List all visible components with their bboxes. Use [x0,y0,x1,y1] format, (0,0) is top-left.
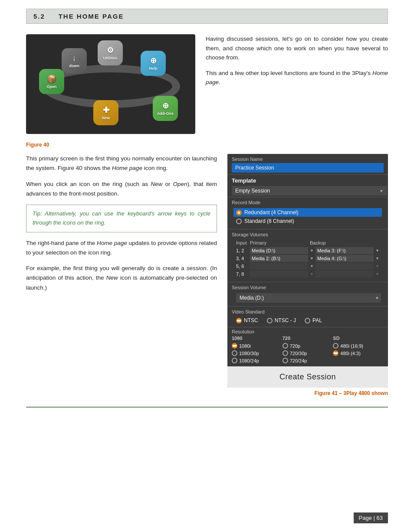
storage-row2-inputs: 3, 4 [236,256,248,261]
resolution-label: Resolution [232,329,384,334]
template-select[interactable]: Empty Session [232,186,387,196]
record-mode-option1-label: Redundant (4 Channel) [244,209,299,215]
storage-row2-primary-wrap: Media 2: (B:\) ▼ [250,255,314,262]
res-1080i-label: 1080i [239,343,251,349]
res-1080-24p[interactable]: 1080/24p [232,357,283,364]
section-title-text: THE HOME PAGE [59,13,124,20]
storage-label: Storage Volumes [232,232,384,237]
body-p1: This primary screen is the first thing y… [26,154,217,173]
storage-row2-backup-arrow: ▼ [375,256,379,261]
radio-1080-24p [232,358,237,363]
storage-row3-primary-wrap: ▼ [250,263,314,270]
utilities-label: Utilities [103,56,118,60]
help-icon: ⊕ [150,56,157,65]
session-panel: Session Name Template Empty Session ▼ Re… [227,154,388,388]
help-icon-box: ⊕ Help [141,51,166,76]
help-label: Help [149,66,158,71]
new-label: New [102,116,110,120]
res-480i-169[interactable]: 480i (16:9) [333,343,384,349]
storage-row1-primary-select[interactable]: Media (D:\) [250,247,308,254]
radio-ntsc-j [267,318,273,323]
storage-row1-backup-select[interactable]: Media 3: (F:\) [315,247,374,254]
storage-row4-inputs: 7, 8 [236,271,248,277]
video-standard-label: Video Standard [232,309,384,314]
session-volume-label: Session Volume [232,285,384,290]
resolution-grid: 1080i 720p 480i (16:9) 108 [232,343,384,364]
open-icon: 📦 [47,74,56,84]
res-720-24p-label: 720/24p [290,358,307,363]
session-volume-row: Media (D:) ▼ [232,291,384,304]
resolution-col-headers: 1080 720 SD [232,336,384,341]
radio-1080-30p [232,350,237,356]
record-mode-option1-row[interactable]: Redundant (4 Channel) [233,208,382,217]
down-icon: ↓ [72,54,76,63]
figure40-caption: Figure 40 [26,142,388,148]
storage-row4-primary-arrow: ▼ [310,272,314,276]
body-p2: When you click an icon on the ring (such… [26,180,217,199]
storage-row2-backup-select[interactable]: Media 4: (G:\) [315,255,374,262]
addons-icon-box: ⊕ Add-Ons [153,96,178,121]
storage-volumes: Input Primary Backup 1, 2 Media (D:\) ▼ [232,238,384,280]
storage-row4-backup-select[interactable] [315,271,374,277]
res-1080-30p[interactable]: 1080/30p [232,350,283,356]
video-pal-item[interactable]: PAL [305,317,322,323]
storage-input-header: Input [236,240,248,245]
res-col-1080: 1080 [232,336,283,341]
gear-icon: ⚙ [107,46,114,55]
icon-ring: ⚙ Utilities ⊕ Help ⊕ Add-Ons ✚ New 📦 [26,34,195,134]
radio-720-30p [283,350,288,356]
intro-p2: This and a few other top level functions… [206,69,388,87]
storage-row2-primary-select[interactable]: Media 2: (B:\) [250,255,308,262]
radio-redundant [236,210,242,215]
video-radio-group: NTSC NTSC - J PAL [236,317,379,323]
record-mode-option2-label: Standard (8 Channel) [244,218,294,224]
create-session-button[interactable]: Create Session [227,366,388,388]
storage-header: Input Primary Backup [236,240,379,245]
radio-pal [305,318,310,323]
down-icon-box: ↓ down [62,48,87,73]
record-mode-option2-row[interactable]: Standard (8 Channel) [236,217,379,225]
video-standard-options: NTSC NTSC - J PAL [232,316,384,325]
storage-row-1: 1, 2 Media (D:\) ▼ Media 3: (F:\) ▼ [236,247,379,254]
left-text-col: This primary screen is the first thing y… [26,154,217,299]
storage-row3-primary-arrow: ▼ [310,264,314,268]
res-1080i[interactable]: 1080i [232,343,283,349]
storage-row-2: 3, 4 Media 2: (B:\) ▼ Media 4: (G:\) ▼ [236,255,379,262]
new-icon: ✚ [103,105,109,115]
res-empty [333,357,384,364]
storage-row4-primary-wrap: ▼ [250,271,314,277]
storage-row1-backup-arrow: ▼ [375,248,379,253]
storage-row1-primary-arrow: ▼ [310,248,314,253]
session-name-input[interactable] [232,163,384,173]
res-720-30p-label: 720/30p [290,351,307,356]
figure40-image: ⚙ Utilities ⊕ Help ⊕ Add-Ons ✚ New 📦 [26,34,195,134]
storage-row3-backup-select[interactable] [315,263,374,270]
video-ntsc-item[interactable]: NTSC [236,317,258,323]
res-720-24p[interactable]: 720/24p [283,357,333,364]
addons-icon: ⊕ [162,101,169,111]
session-name-section: Session Name [227,154,388,174]
video-ntsc-j-item[interactable]: NTSC - J [267,317,296,323]
res-720p[interactable]: 720p [283,343,333,349]
res-1080-24p-label: 1080/24p [239,358,259,363]
res-480i-43[interactable]: 480i (4:3) [333,350,384,356]
storage-row4-primary-select[interactable] [250,271,308,277]
bottom-two-col: This primary screen is the first thing y… [26,154,388,388]
storage-row3-primary-select[interactable] [250,263,308,270]
radio-480i-169 [333,343,338,349]
radio-720p [283,343,288,349]
storage-row3-inputs: 5, 6 [236,264,248,269]
session-volume-select[interactable]: Media (D:) [236,293,381,303]
res-720-30p[interactable]: 720/30p [283,350,333,356]
res-col-720: 720 [283,336,333,341]
res-480i-169-label: 480i (16:9) [340,343,363,349]
radio-ntsc [236,318,242,323]
tip-box: Tip: Alternatively, you can use the keyb… [26,205,217,232]
res-480i-43-label: 480i (4:3) [340,351,360,356]
section-header: 5.2 THE HOME PAGE [26,9,388,24]
storage-row2-primary-arrow: ▼ [310,256,314,261]
tip-text: Tip: Alternatively, you can use the keyb… [33,210,210,226]
template-title: Template [227,175,388,185]
down-label: down [69,64,79,68]
radio-480i-43 [333,350,338,356]
